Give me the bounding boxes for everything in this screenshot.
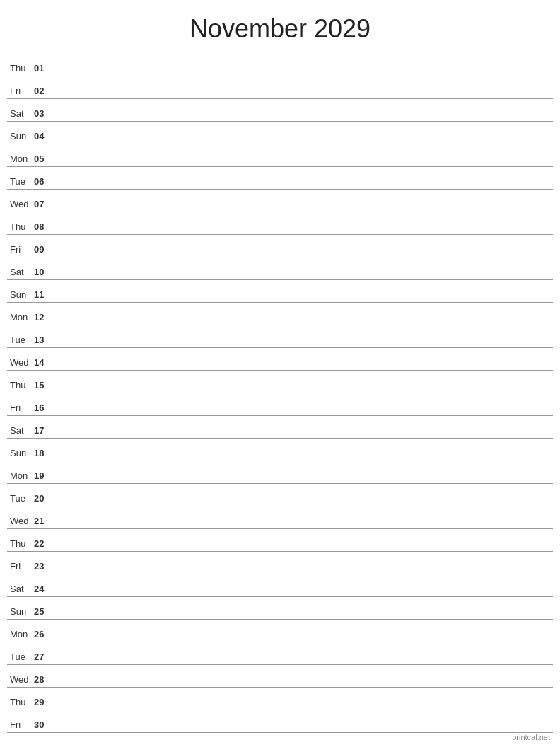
day-number: 20 [34, 493, 54, 506]
day-number: 23 [34, 561, 54, 574]
day-row: Sun25 [7, 597, 553, 620]
day-row: Sun18 [7, 439, 553, 461]
day-name: Thu [7, 697, 34, 710]
day-number: 30 [34, 719, 54, 732]
day-row: Fri09 [7, 235, 553, 257]
day-row: Wed14 [7, 348, 553, 371]
day-name: Tue [7, 335, 34, 347]
day-row: Thu22 [7, 529, 553, 552]
day-row: Sat24 [7, 574, 553, 597]
day-row: Wed28 [7, 665, 553, 688]
day-name: Fri [7, 561, 34, 574]
day-name: Fri [7, 403, 34, 415]
day-name: Mon [7, 470, 34, 483]
day-name: Sat [7, 267, 34, 279]
day-name: Thu [7, 538, 34, 551]
day-number: 27 [34, 652, 54, 664]
day-name: Fri [7, 244, 34, 257]
day-number: 13 [34, 335, 54, 347]
day-number: 19 [34, 470, 54, 483]
calendar-rows: Thu01Fri02Sat03Sun04Mon05Tue06Wed07Thu08… [0, 54, 560, 733]
day-row: Mon26 [7, 620, 553, 642]
day-name: Thu [7, 63, 34, 76]
day-row: Mon12 [7, 303, 553, 325]
day-number: 12 [34, 312, 54, 325]
day-row: Fri02 [7, 76, 553, 99]
day-name: Sun [7, 289, 34, 302]
day-row: Fri16 [7, 393, 553, 416]
day-number: 02 [34, 86, 54, 98]
day-number: 15 [34, 380, 54, 393]
day-row: Wed21 [7, 506, 553, 529]
day-number: 21 [34, 516, 54, 528]
day-row: Sun11 [7, 280, 553, 303]
day-number: 09 [34, 244, 54, 257]
day-row: Wed07 [7, 190, 553, 212]
day-name: Thu [7, 221, 34, 234]
day-number: 11 [34, 289, 54, 302]
day-name: Tue [7, 652, 34, 664]
day-name: Sat [7, 584, 34, 596]
day-number: 17 [34, 425, 54, 438]
day-number: 07 [34, 199, 54, 212]
day-name: Wed [7, 199, 34, 212]
day-name: Wed [7, 516, 34, 528]
day-row: Sun04 [7, 122, 553, 144]
day-number: 16 [34, 403, 54, 415]
day-row: Sat03 [7, 99, 553, 122]
day-number: 01 [34, 63, 54, 76]
day-number: 06 [34, 176, 54, 189]
day-row: Sat17 [7, 416, 553, 439]
day-name: Sat [7, 108, 34, 121]
day-number: 22 [34, 538, 54, 551]
day-name: Mon [7, 312, 34, 325]
day-number: 29 [34, 697, 54, 710]
footer-text: printcal.net [512, 733, 550, 741]
day-row: Thu29 [7, 688, 553, 710]
day-name: Sat [7, 425, 34, 438]
day-number: 24 [34, 584, 54, 596]
day-number: 14 [34, 357, 54, 370]
day-name: Wed [7, 674, 34, 687]
day-row: Thu15 [7, 371, 553, 393]
day-row: Tue27 [7, 642, 553, 665]
day-name: Tue [7, 176, 34, 189]
day-name: Sun [7, 448, 34, 461]
day-row: Tue06 [7, 167, 553, 190]
day-row: Thu01 [7, 54, 553, 76]
day-row: Fri30 [7, 710, 553, 733]
day-name: Fri [7, 719, 34, 732]
day-name: Mon [7, 629, 34, 642]
day-name: Sun [7, 131, 34, 144]
day-number: 10 [34, 267, 54, 279]
day-row: Mon05 [7, 144, 553, 167]
day-number: 03 [34, 108, 54, 121]
page-title: November 2029 [0, 0, 560, 51]
day-name: Mon [7, 154, 34, 166]
day-number: 05 [34, 154, 54, 166]
day-number: 25 [34, 606, 54, 619]
day-number: 18 [34, 448, 54, 461]
day-number: 26 [34, 629, 54, 642]
day-number: 28 [34, 674, 54, 687]
day-name: Thu [7, 380, 34, 393]
day-row: Tue13 [7, 325, 553, 348]
day-row: Fri23 [7, 552, 553, 574]
day-name: Fri [7, 86, 34, 98]
day-row: Tue20 [7, 484, 553, 506]
day-row: Thu08 [7, 212, 553, 235]
day-number: 08 [34, 221, 54, 234]
day-number: 04 [34, 131, 54, 144]
day-row: Mon19 [7, 461, 553, 484]
day-name: Tue [7, 493, 34, 506]
day-name: Sun [7, 606, 34, 619]
day-name: Wed [7, 357, 34, 370]
day-row: Sat10 [7, 257, 553, 280]
